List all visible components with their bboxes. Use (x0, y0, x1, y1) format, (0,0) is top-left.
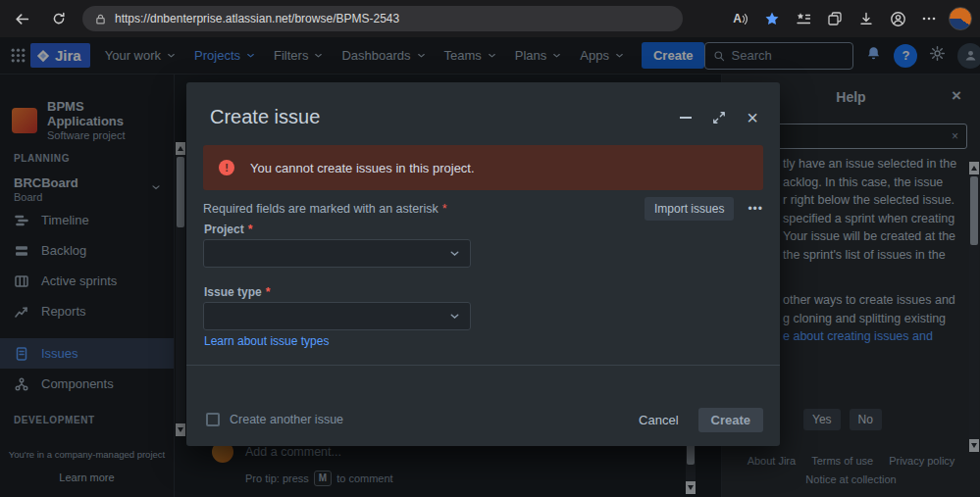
browser-toolbar: https://dnbenterprise.atlassian.net/brow… (0, 0, 980, 37)
modal-window-controls: × (676, 108, 762, 127)
collections-icon[interactable] (823, 7, 847, 30)
required-asterisk: * (442, 202, 447, 216)
project-field-label: Project* (204, 223, 252, 236)
chevron-down-icon (448, 310, 461, 323)
browser-actions: A (729, 7, 972, 30)
required-asterisk: * (266, 285, 271, 299)
close-icon[interactable]: × (743, 108, 762, 127)
read-aloud-icon[interactable]: A (729, 7, 752, 30)
browser-menu-icon[interactable] (917, 7, 941, 30)
modal-divider (186, 365, 780, 366)
screen: https://dnbenterprise.atlassian.net/brow… (0, 0, 980, 497)
error-icon: ! (219, 160, 234, 175)
field-label-text: Issue type (204, 285, 262, 299)
minimize-icon[interactable] (676, 108, 696, 127)
chevron-down-icon (448, 247, 461, 260)
create-another-label: Create another issue (230, 413, 343, 426)
address-bar[interactable]: https://dnbenterprise.atlassian.net/brow… (82, 6, 683, 31)
learn-issue-types-link[interactable]: Learn about issue types (204, 334, 329, 348)
project-select[interactable] (203, 239, 471, 268)
field-label-text: Project (204, 223, 244, 236)
favorites-list-icon[interactable] (792, 7, 815, 30)
browser-profile-icon[interactable] (886, 7, 909, 30)
favorite-star-icon[interactable] (760, 7, 784, 30)
browser-profile-avatar[interactable] (949, 7, 972, 30)
expand-icon[interactable] (709, 108, 729, 127)
url-text[interactable]: https://dnbenterprise.atlassian.net/brow… (115, 12, 399, 25)
create-another-checkbox[interactable] (206, 413, 220, 426)
required-note-row: Required fields are marked with an aster… (203, 197, 763, 221)
required-asterisk: * (248, 223, 253, 236)
modal-title: Create issue (210, 106, 320, 128)
browser-refresh-icon[interactable] (45, 5, 73, 32)
downloads-icon[interactable] (854, 7, 878, 30)
modal-create-button[interactable]: Create (698, 408, 763, 432)
browser-back-icon[interactable] (8, 5, 35, 32)
site-lock-icon (94, 13, 107, 25)
import-issues-button[interactable]: Import issues (645, 197, 734, 221)
create-issue-modal: Create issue × ! You cannot create issue… (186, 82, 780, 446)
issue-type-select[interactable] (203, 302, 471, 330)
cancel-button[interactable]: Cancel (629, 408, 688, 432)
modal-footer: Create another issue Cancel Create (206, 407, 763, 432)
required-note: Required fields are marked with an aster… (203, 202, 438, 216)
issue-type-field-label: Issue type* (204, 285, 270, 299)
error-banner: ! You cannot create issues in this proje… (203, 145, 763, 190)
error-message: You cannot create issues in this project… (250, 161, 475, 175)
modal-more-icon[interactable]: ••• (748, 202, 763, 216)
